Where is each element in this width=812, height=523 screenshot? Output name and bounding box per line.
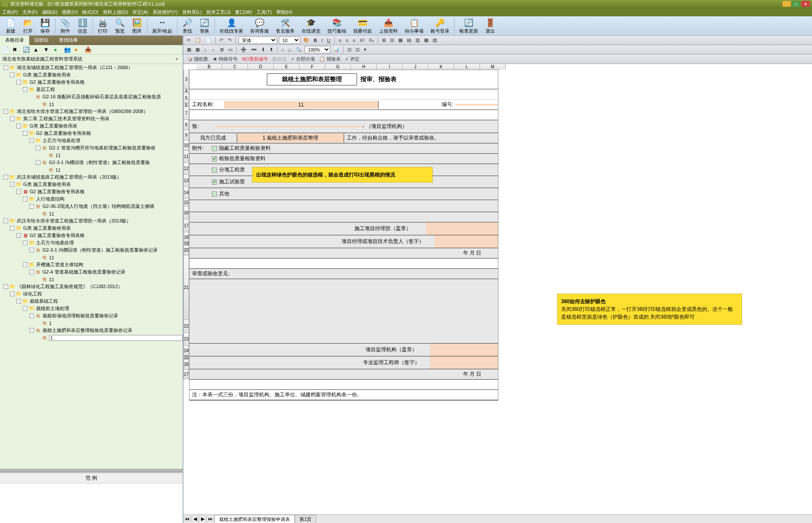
sheet-tab-0[interactable]: 栽植土施肥和表层整理报验申请表 <box>214 515 295 523</box>
bold-icon[interactable]: B <box>312 37 318 43</box>
renumber-btn[interactable]: NO重新编号 <box>241 55 269 63</box>
toolbar-btn-21[interactable]: 🚪退出 <box>482 17 499 35</box>
tree-node[interactable]: 检11 <box>0 100 183 108</box>
toolbar-btn-9[interactable]: 🔎查找 <box>179 17 196 35</box>
tree-node[interactable]: -📁G类 施工质量验收用表 <box>0 122 183 130</box>
checkbox-2[interactable] <box>212 156 217 161</box>
random-btn[interactable]: 🎲 随机数 <box>186 55 210 63</box>
zoom-icon[interactable]: 🔍 <box>294 46 303 53</box>
grid2-icon[interactable]: ▥ <box>414 37 421 43</box>
eval-btn[interactable]: ✓ 评定 <box>344 55 361 63</box>
checkbox-1[interactable] <box>212 146 217 151</box>
toolbar-btn-19[interactable]: 🔑账号登录 <box>427 17 453 35</box>
tree-node[interactable]: 检1 <box>0 334 183 341</box>
tb2-btn1[interactable]: ▦ <box>186 46 192 53</box>
col-header[interactable]: D <box>248 64 274 70</box>
tree-node[interactable]: -📁人行地道结构 <box>0 195 183 203</box>
maximize-button[interactable]: □ <box>792 1 800 7</box>
number-value[interactable] <box>456 104 498 106</box>
delete-row-icon[interactable]: ➖ <box>250 46 258 53</box>
sheet-nav-first[interactable]: ⏮ <box>183 516 191 522</box>
toolbar-btn-6[interactable]: 🔍预览 <box>111 17 128 35</box>
tree-up-icon[interactable]: ▲ <box>33 46 40 53</box>
row-header[interactable]: 12 <box>183 163 189 175</box>
menu-item[interactable]: 工具(T) <box>256 9 272 15</box>
sheet-nav-next[interactable]: ▶ <box>199 516 207 522</box>
menu-item[interactable]: 资料上报(D) <box>103 9 128 15</box>
tree-node[interactable]: -📁基层工程 <box>0 86 183 93</box>
copy-icon[interactable]: 📋 <box>194 37 202 43</box>
chevron-down-icon[interactable]: ▾ <box>174 56 180 62</box>
grid1-icon[interactable]: ▤ <box>406 37 412 43</box>
toolbar-btn-15[interactable]: 📚技巧集锦 <box>324 17 350 35</box>
tb2-misc3[interactable]: ▾ <box>363 46 368 53</box>
tree-node[interactable]: -⊠G2 施工质量验收专用表格 <box>0 188 183 195</box>
undo-icon[interactable]: ↶ <box>218 37 225 43</box>
tree-orange-icon[interactable]: ● <box>74 46 81 53</box>
tree-node[interactable]: -检G2-36-2现浇人行地道（挡土墙）结构钢筋混凝土侧墙 <box>0 203 183 210</box>
tree-node[interactable]: -⊠G2 施工质量验收专用表格 <box>0 232 183 239</box>
row-header[interactable]: 21 <box>183 255 189 320</box>
tree-node[interactable]: -📁栽植基础工程 <box>0 298 183 305</box>
left-tab-0[interactable]: 表格目录 <box>0 36 29 45</box>
tree-green-icon[interactable]: ● <box>54 46 61 53</box>
tree-people-icon[interactable]: 👥 <box>64 46 71 53</box>
toolbar-btn-2[interactable]: 💾保存 <box>37 17 54 35</box>
tree-node[interactable]: 检1 <box>0 319 183 327</box>
row-header[interactable]: 17 <box>183 219 189 232</box>
tree-node[interactable]: -📁G2 施工质量验收专用表格 <box>0 130 183 137</box>
align-left-icon[interactable]: ≡ <box>337 37 342 43</box>
strikethrough-btn[interactable]: 删除线 <box>271 55 288 63</box>
toolbar-btn-8[interactable]: ↔展开/收起 <box>149 17 176 35</box>
align-right-icon[interactable]: ≡ <box>351 37 357 43</box>
row-header[interactable]: 22 <box>183 320 189 333</box>
sheet-nav-last[interactable]: ⏭ <box>207 516 214 522</box>
spreadsheet[interactable]: BCDEFGHIJKLM 345678910111213141516171819… <box>183 64 812 514</box>
tree-node[interactable]: -检G2-4 管道基础施工检验批质量验收记录 <box>0 268 183 276</box>
row-header[interactable]: 25 <box>183 356 189 359</box>
grid3-icon[interactable]: ▦ <box>423 37 430 43</box>
row-header[interactable]: 8 <box>183 120 189 130</box>
tb2-btn3[interactable]: ↕ <box>203 47 208 53</box>
checkbox-4[interactable] <box>212 179 217 185</box>
row-header[interactable]: 26 <box>183 359 189 370</box>
insert-col-icon[interactable]: ⬇ <box>260 46 266 53</box>
tree-node[interactable]: -📁绿化工程 <box>0 290 183 298</box>
row-header[interactable]: 7 <box>183 107 189 120</box>
col-header[interactable]: B <box>196 64 222 70</box>
menu-item[interactable]: 技术工艺(J) <box>206 9 231 15</box>
toolbar-btn-0[interactable]: 📄新建 <box>2 17 19 35</box>
tree-node[interactable]: -检栽植前场地清理检验批质量验收记录 <box>0 312 183 319</box>
subitem-btn[interactable]: ✓ 分部分项 <box>290 55 316 63</box>
report-btn[interactable]: 📋 报验表 <box>318 55 342 63</box>
italic-icon[interactable]: I <box>320 37 324 43</box>
tree-node[interactable]: -📁湖北省城镇道路工程施工管理统一用表（CJJ1－2008） <box>0 64 183 71</box>
row-header[interactable]: 15 <box>183 199 189 207</box>
toolbar-btn-20[interactable]: 🔄检查更新 <box>456 17 482 35</box>
tree-node[interactable]: 检11 <box>0 254 183 261</box>
tree-down-icon[interactable]: ▼ <box>43 46 50 53</box>
row-header[interactable]: 11 <box>183 151 189 163</box>
toolbar-btn-7[interactable]: 🖼️图库 <box>128 17 146 35</box>
fontsize-select[interactable]: 10 <box>279 36 300 44</box>
tb2-chart-icon[interactable]: 📊 <box>332 46 341 53</box>
tree-node[interactable]: -检G2-1 管道沟槽开挖与地基处理施工检验批质量验收 <box>0 144 183 152</box>
row-header[interactable]: 27 <box>183 370 189 379</box>
tree-node[interactable]: -📁第二章 工程施工技术及管理资料统一用表 <box>0 115 183 122</box>
tree-node[interactable]: 检11 <box>0 152 183 159</box>
tb2-btn4[interactable]: ↔ <box>210 47 217 53</box>
menu-item[interactable]: 评定(A) <box>132 9 148 15</box>
font-select[interactable]: 宋体 <box>238 36 277 44</box>
col-header[interactable]: J <box>403 64 428 70</box>
merge-icon[interactable]: ⊞ <box>381 37 387 43</box>
shape1-icon[interactable]: ○ <box>280 47 286 53</box>
menu-item[interactable]: 帮助(H) <box>276 9 292 15</box>
row-header[interactable]: 4 <box>183 89 189 93</box>
row-header[interactable]: 20 <box>183 245 189 255</box>
subscript-icon[interactable]: X₂ <box>367 37 375 43</box>
tree-delete-icon[interactable]: ✖ <box>12 46 19 53</box>
menu-item[interactable]: 格式(O) <box>82 9 98 15</box>
row-header[interactable]: 13 <box>183 175 189 187</box>
tb2-misc2[interactable]: ⊡ <box>354 46 361 53</box>
left-tab-2[interactable]: 查找结果 <box>54 36 83 45</box>
